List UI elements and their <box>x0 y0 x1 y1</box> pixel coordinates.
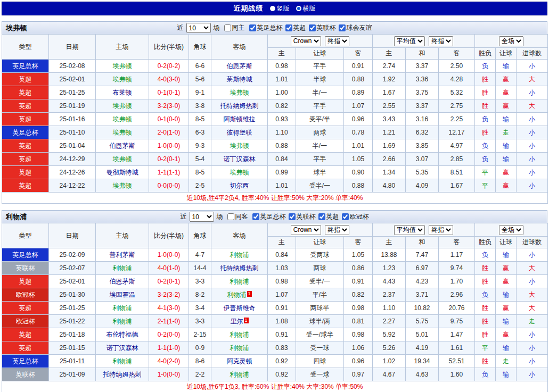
team-link[interactable]: 利物浦 <box>230 344 249 352</box>
competition-checkbox[interactable] <box>318 213 325 220</box>
team-link[interactable]: 利物浦 <box>113 264 132 272</box>
team-link[interactable]: 阿克灵顿 <box>227 357 252 365</box>
team-link[interactable]: 埃弗顿 <box>230 169 249 176</box>
team-link[interactable]: 彼得堡联 <box>227 129 252 136</box>
competition-checkbox[interactable] <box>249 24 256 31</box>
average-select[interactable]: 平均值 <box>394 225 425 235</box>
avg-draw-odds: 6.32 <box>406 126 439 139</box>
same-side-filter[interactable]: 同客 <box>227 212 248 221</box>
competition-checkbox[interactable] <box>339 24 346 31</box>
score: 0-1(0-0) <box>149 113 189 126</box>
team-cell: 伯恩茅斯 <box>211 60 268 73</box>
recent-count-select[interactable]: 10 <box>186 23 211 33</box>
competition-filter[interactable]: 英联杯 <box>309 23 336 32</box>
team-link[interactable]: 埃弗顿 <box>113 62 132 70</box>
same-side-checkbox[interactable] <box>224 24 231 31</box>
team-link[interactable]: 利物浦 <box>230 251 249 258</box>
closing-index-select-2[interactable]: 终指 <box>429 225 453 235</box>
team-link[interactable]: 利物浦 <box>113 357 132 365</box>
team-link[interactable]: 托特纳姆热刺 <box>220 102 259 110</box>
result-handicap: 赢 <box>496 166 517 179</box>
team-link[interactable]: 埃弗顿 <box>113 129 132 136</box>
competition-checkbox[interactable] <box>285 24 292 31</box>
team-link[interactable]: 里尔 <box>231 318 243 325</box>
home-odds: 0.93 <box>268 113 296 126</box>
team-link[interactable]: 伯恩茅斯 <box>227 62 252 70</box>
team-link[interactable]: 伊普斯维奇 <box>224 304 256 312</box>
away-odds: 1.05 <box>344 248 373 262</box>
view-mode-vertical[interactable]: 竖版 <box>270 4 290 13</box>
team-link[interactable]: 诺丁汉森林 <box>106 344 138 352</box>
team-link[interactable]: 伯恩茅斯 <box>110 142 135 149</box>
team-link[interactable]: 利物浦 <box>113 304 132 312</box>
team-link[interactable]: 布伦特福德 <box>106 331 138 338</box>
full-match-group: 全场 <box>475 35 548 48</box>
subcol-avg-draw: 和 <box>406 237 439 248</box>
avg-away-odds: 5.32 <box>439 86 475 99</box>
section-header-bar: 埃弗顿 近 10 场 同主 英足总杯英超英联杯球会友谊 <box>2 21 547 34</box>
closing-index-select[interactable]: 终指 <box>325 225 349 235</box>
competition-filter[interactable]: 英足总杯 <box>252 212 286 221</box>
competition-checkbox[interactable] <box>289 213 296 220</box>
team-link[interactable]: 利物浦 <box>230 278 249 285</box>
team-link[interactable]: 埃弗顿 <box>230 89 249 96</box>
team-link[interactable]: 莱斯特城 <box>227 76 252 83</box>
competition-type-badge: 英超 <box>2 139 49 153</box>
team-link[interactable]: 利物浦 <box>113 318 132 325</box>
avg-away-odds: 1.61 <box>439 341 475 355</box>
avg-draw-odds: 10.82 <box>406 302 439 315</box>
full-match-select[interactable]: 全场 <box>499 36 523 46</box>
team-link[interactable]: 埃因霍温 <box>110 291 135 298</box>
average-select[interactable]: 平均值 <box>394 36 425 46</box>
bookmaker-select[interactable]: Crown <box>291 225 321 235</box>
team-link[interactable]: 利物浦 <box>230 331 249 338</box>
result-wdl: 胜 <box>475 275 496 288</box>
team-link[interactable]: 利物浦 <box>230 371 249 378</box>
sections-container: 埃弗顿 近 10 场 同主 英足总杯英超英联杯球会友谊 <box>2 21 547 392</box>
team-link[interactable]: 普利茅斯 <box>110 251 135 258</box>
team-link[interactable]: 切尔西 <box>230 182 249 189</box>
team-link[interactable]: 布莱顿 <box>113 89 132 96</box>
radio-horizontal-icon[interactable] <box>296 6 301 11</box>
competition-filter[interactable]: 球会友谊 <box>339 23 372 32</box>
team-link[interactable]: 埃弗顿 <box>113 115 132 123</box>
team-link[interactable]: 埃弗顿 <box>113 182 132 189</box>
matches-label: 场 <box>214 23 220 32</box>
competition-filter[interactable]: 英足总杯 <box>249 23 283 32</box>
competition-checkbox[interactable] <box>342 213 349 220</box>
bookmaker-select[interactable]: Crown <box>291 36 321 46</box>
team-link[interactable]: 埃弗顿 <box>113 102 132 110</box>
team-link[interactable]: 埃弗顿 <box>113 76 132 83</box>
closing-index-select[interactable]: 终指 <box>325 36 349 46</box>
closing-index-select-2[interactable]: 终指 <box>429 36 453 46</box>
team-cell: 布莱顿 <box>96 86 149 99</box>
avg-away-odds: 9.74 <box>439 262 475 275</box>
team-link[interactable]: 埃弗顿 <box>113 155 132 163</box>
competition-filter[interactable]: 英联杯 <box>289 212 316 221</box>
home-odds: 1.01 <box>268 179 296 193</box>
competition-checkbox[interactable] <box>252 213 259 220</box>
team-link[interactable]: 利物浦 <box>227 291 247 298</box>
team-link[interactable]: 伯恩茅斯 <box>110 278 135 285</box>
team-link[interactable]: 托特纳姆热刺 <box>103 371 142 378</box>
avg-away-odds: 4.28 <box>439 73 475 86</box>
view-mode-horizontal[interactable]: 横版 <box>296 4 316 13</box>
competition-filter[interactable]: 欧冠杯 <box>342 212 369 221</box>
recent-count-select[interactable]: 10 <box>190 212 214 222</box>
team-link[interactable]: 曼彻斯特城 <box>106 169 138 176</box>
full-match-select[interactable]: 全场 <box>499 225 523 235</box>
team-link[interactable]: 埃弗顿 <box>230 142 249 149</box>
team-link[interactable]: 托特纳姆热刺 <box>220 264 259 272</box>
team-cell: 埃弗顿 <box>96 73 149 86</box>
avg-away-odds: 1.47 <box>439 328 475 341</box>
competition-filter[interactable]: 英超 <box>318 212 339 221</box>
result-wdl: 胜 <box>475 355 496 368</box>
result-goals: 小 <box>517 368 548 381</box>
same-side-filter[interactable]: 同主 <box>224 23 245 32</box>
team-link[interactable]: 诺丁汉森林 <box>224 155 256 163</box>
competition-filter[interactable]: 英超 <box>285 23 306 32</box>
same-side-checkbox[interactable] <box>227 213 234 220</box>
team-link[interactable]: 阿斯顿维拉 <box>224 115 256 123</box>
competition-checkbox[interactable] <box>309 24 316 31</box>
radio-vertical-icon[interactable] <box>270 6 275 11</box>
